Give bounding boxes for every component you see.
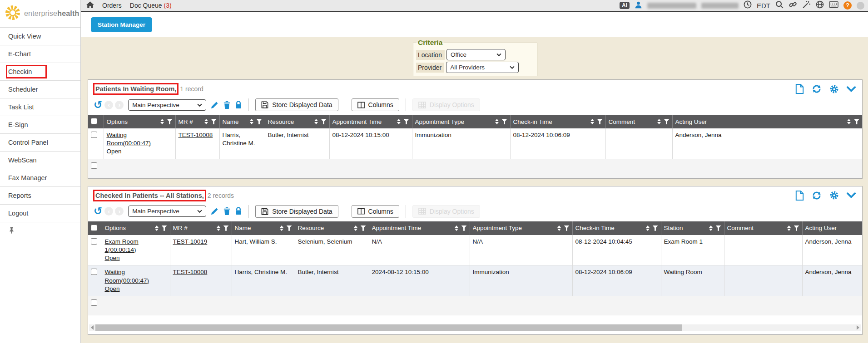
scroll-right-arrow-icon[interactable]	[857, 325, 859, 330]
sidebar-item-control-panel[interactable]: Control Panel	[0, 133, 80, 151]
enterprise-health-logo[interactable]: enterprisehealth	[0, 0, 80, 27]
select-all-checkbox[interactable]	[91, 225, 97, 231]
filter-funnel-icon[interactable]	[653, 225, 658, 231]
sidebar-item-e-chart[interactable]: E-Chart	[0, 45, 80, 63]
lock-icon[interactable]	[235, 207, 242, 216]
help-icon[interactable]: ?	[843, 1, 852, 10]
sort-icon[interactable]	[709, 225, 713, 231]
columns-button[interactable]: Columns	[352, 205, 399, 218]
sort-icon[interactable]	[280, 225, 283, 231]
sort-icon[interactable]	[314, 119, 318, 124]
prev-perspective-button[interactable]: ‹	[104, 101, 113, 109]
filter-funnel-icon[interactable]	[597, 119, 603, 124]
undo-icon[interactable]: ↺	[94, 100, 102, 110]
select-all-checkbox[interactable]	[91, 118, 97, 124]
sort-icon[interactable]	[787, 225, 791, 231]
filter-funnel-icon[interactable]	[287, 225, 292, 231]
open-link[interactable]: Open	[107, 148, 122, 155]
keyboard-icon[interactable]	[829, 1, 838, 10]
undo-icon[interactable]: ↺	[94, 206, 102, 216]
filter-funnel-icon[interactable]	[854, 119, 859, 124]
filter-funnel-icon[interactable]	[321, 119, 327, 124]
next-perspective-button[interactable]: ›	[115, 207, 124, 216]
filter-funnel-icon[interactable]	[404, 119, 409, 124]
search-icon[interactable]	[775, 0, 784, 10]
edit-pencil-icon[interactable]	[210, 207, 219, 216]
sidebar-item-webscan[interactable]: WebScan	[0, 151, 80, 169]
provider-select[interactable]: All Providers	[446, 62, 519, 73]
sidebar-item-checkin[interactable]: Checkin	[0, 63, 80, 80]
scroll-left-arrow-icon[interactable]	[91, 325, 94, 330]
collapse-chevron-icon[interactable]	[847, 192, 856, 198]
nav-orders[interactable]: Orders	[102, 2, 122, 9]
next-perspective-button[interactable]: ›	[115, 101, 124, 109]
filter-funnel-icon[interactable]	[564, 225, 570, 231]
globe-icon[interactable]	[816, 0, 824, 10]
open-link[interactable]: Open	[105, 255, 120, 261]
clock-icon[interactable]	[744, 0, 752, 10]
user-icon[interactable]	[635, 1, 642, 10]
tab-station-manager[interactable]: Station Manager	[91, 17, 152, 32]
filter-funnel-icon[interactable]	[162, 225, 167, 231]
scrollbar-thumb[interactable]	[95, 324, 682, 331]
delete-trash-icon[interactable]	[223, 207, 231, 216]
sort-icon[interactable]	[847, 119, 851, 124]
home-icon[interactable]	[86, 1, 94, 10]
sort-icon[interactable]	[590, 119, 594, 124]
sort-icon[interactable]	[557, 225, 561, 231]
station-timer-link[interactable]: Exam Room 1(00:00:14)	[105, 238, 139, 253]
prev-perspective-button[interactable]: ‹	[104, 207, 113, 216]
sidebar-item-task-list[interactable]: Task List	[0, 98, 80, 116]
sort-icon[interactable]	[204, 119, 208, 124]
sidebar-item-reports[interactable]: Reports	[0, 186, 80, 204]
store-displayed-data-button[interactable]: Store Displayed Data	[255, 205, 338, 218]
sort-icon[interactable]	[155, 225, 159, 231]
columns-button[interactable]: Columns	[352, 98, 399, 111]
station-timer-link[interactable]: Waiting Room(00:00:47)	[105, 269, 149, 284]
sort-icon[interactable]	[495, 119, 499, 124]
footer-checkbox[interactable]	[91, 162, 97, 169]
nav-doc-queue[interactable]: Doc Queue (3)	[130, 2, 172, 9]
gear-icon[interactable]	[829, 191, 839, 200]
location-select[interactable]: Office	[446, 49, 506, 60]
mr-number-link[interactable]: TEST-10008	[173, 269, 208, 275]
filter-funnel-icon[interactable]	[223, 225, 229, 231]
filter-funnel-icon[interactable]	[211, 119, 217, 124]
sidebar-item-quick-view[interactable]: Quick View	[0, 27, 80, 45]
refresh-icon[interactable]	[812, 84, 822, 94]
open-link[interactable]: Open	[105, 285, 120, 292]
perspective-select[interactable]: Main Perspective	[128, 206, 206, 217]
sidebar-item-scheduler[interactable]: Scheduler	[0, 80, 80, 98]
sort-icon[interactable]	[397, 119, 401, 124]
filter-funnel-icon[interactable]	[461, 225, 467, 231]
station-timer-link[interactable]: Waiting Room(00:00:47)	[107, 132, 151, 147]
sort-icon[interactable]	[646, 225, 650, 231]
gear-icon[interactable]	[829, 84, 839, 94]
refresh-icon[interactable]	[812, 191, 822, 201]
row-checkbox[interactable]	[91, 132, 97, 138]
filter-funnel-icon[interactable]	[361, 225, 366, 231]
sort-icon[interactable]	[217, 225, 220, 231]
status-circle-icon[interactable]	[857, 2, 864, 10]
sort-icon[interactable]	[455, 225, 458, 231]
mr-number-link[interactable]: TEST-10008	[179, 132, 213, 138]
sort-icon[interactable]	[250, 119, 253, 124]
filter-funnel-icon[interactable]	[664, 119, 670, 124]
horizontal-scrollbar[interactable]	[89, 324, 861, 331]
sidebar-item-fax-manager[interactable]: Fax Manager	[0, 169, 80, 186]
delete-trash-icon[interactable]	[223, 101, 231, 109]
lock-icon[interactable]	[235, 101, 242, 109]
sidebar-item-e-sign[interactable]: E-Sign	[0, 116, 80, 133]
filter-funnel-icon[interactable]	[716, 225, 721, 231]
row-checkbox[interactable]	[91, 269, 97, 275]
mr-number-link[interactable]: TEST-10019	[173, 238, 208, 245]
filter-funnel-icon[interactable]	[794, 225, 799, 231]
sidebar-item-logout[interactable]: Logout	[0, 204, 80, 222]
filter-funnel-icon[interactable]	[167, 119, 173, 124]
row-checkbox[interactable]	[91, 238, 97, 245]
store-displayed-data-button[interactable]: Store Displayed Data	[255, 98, 338, 111]
filter-funnel-icon[interactable]	[257, 119, 262, 124]
edit-pencil-icon[interactable]	[210, 101, 219, 109]
magic-wand-icon[interactable]	[802, 0, 811, 10]
new-document-icon[interactable]	[795, 84, 804, 94]
